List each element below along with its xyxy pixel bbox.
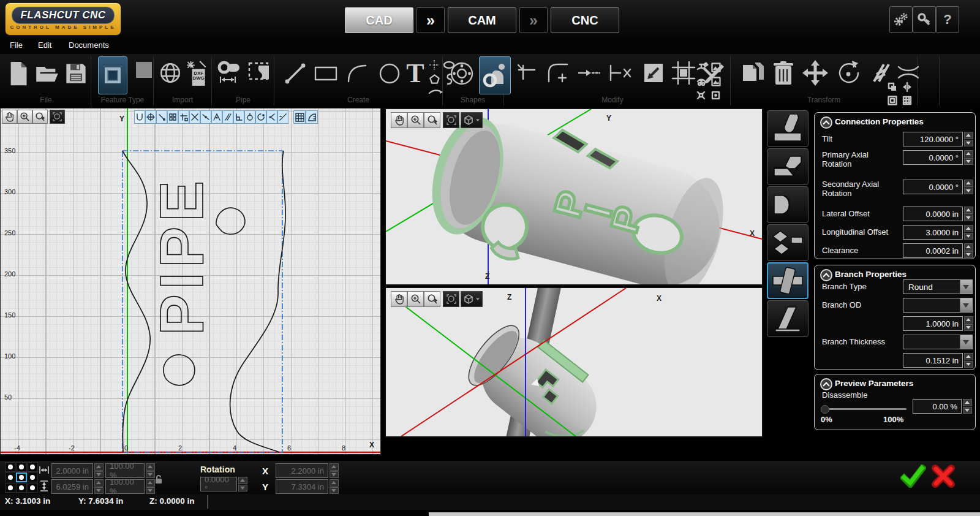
- snap-parallel-button[interactable]: [222, 110, 233, 124]
- new-file-button[interactable]: [5, 58, 32, 89]
- spinner[interactable]: [94, 479, 104, 494]
- dropdown-arrow-icon[interactable]: [960, 335, 972, 349]
- arc-3point-tool-button[interactable]: [428, 86, 445, 96]
- copy-button[interactable]: [737, 58, 767, 88]
- circle-tool-button[interactable]: [375, 58, 404, 89]
- spinner[interactable]: [964, 207, 973, 221]
- field-value[interactable]: 0.0002 in: [903, 243, 963, 258]
- spin-down-icon[interactable]: [963, 407, 972, 414]
- view-3d-branch[interactable]: Z X: [385, 287, 763, 438]
- spin-down-icon[interactable]: [330, 471, 339, 479]
- boxed-center-button[interactable]: [696, 91, 706, 100]
- spinner[interactable]: [146, 479, 155, 494]
- menu-file[interactable]: File: [10, 40, 23, 50]
- pattern-frame-button[interactable]: [710, 91, 721, 100]
- joint-type-cope-button[interactable]: [767, 186, 809, 223]
- save-file-button[interactable]: [62, 58, 89, 89]
- spin-down-icon[interactable]: [94, 471, 104, 479]
- height-field[interactable]: 6.0259 in: [51, 479, 104, 494]
- field-value[interactable]: 100.00 %: [105, 479, 145, 494]
- spin-up-icon[interactable]: [964, 150, 973, 157]
- point-tool-button[interactable]: [428, 59, 441, 71]
- spin-up-icon[interactable]: [94, 463, 104, 471]
- spin-up-icon[interactable]: [330, 479, 339, 487]
- field-value[interactable]: 7.3304 in: [276, 479, 328, 494]
- spin-down-icon[interactable]: [964, 361, 973, 368]
- spin-down-icon[interactable]: [964, 214, 973, 222]
- zoom-window-button[interactable]: [32, 110, 48, 124]
- zoom-extents-button[interactable]: [443, 112, 459, 128]
- snap-midpoint-button[interactable]: [211, 110, 222, 124]
- spin-up-icon[interactable]: [964, 132, 973, 139]
- joint-type-saddle-button[interactable]: [767, 110, 809, 147]
- rectangle-tool-button[interactable]: [311, 58, 341, 89]
- extend-tool-button[interactable]: [576, 59, 605, 87]
- accept-button[interactable]: [900, 465, 926, 488]
- spin-down-icon[interactable]: [964, 158, 973, 165]
- zoom-extents-button[interactable]: [443, 291, 459, 307]
- mountain-frame-button[interactable]: [710, 63, 721, 72]
- pan-button[interactable]: [391, 112, 407, 128]
- longitudinal-offset-field[interactable]: 3.0000 in: [903, 225, 973, 240]
- branch-od-dropdown[interactable]: [903, 298, 973, 313]
- snap-grid-button[interactable]: [167, 110, 178, 124]
- snap-extension-button[interactable]: [277, 110, 288, 124]
- collapse-chevron-icon[interactable]: [820, 269, 832, 281]
- feature-type-plain-button[interactable]: [131, 56, 157, 83]
- cancel-button[interactable]: [931, 464, 956, 488]
- view-cube-button[interactable]: [461, 291, 483, 307]
- field-value[interactable]: 0.0000 in: [903, 207, 963, 221]
- snap-perpendicular-button[interactable]: [233, 110, 244, 124]
- field-value[interactable]: 2.2000 in: [276, 463, 328, 478]
- anchor-cell[interactable]: [5, 462, 15, 472]
- anchor-cell[interactable]: [16, 462, 26, 472]
- zoom-extents-button[interactable]: [50, 110, 65, 124]
- branch-thickness-size-field[interactable]: 0.1512 in: [903, 353, 973, 368]
- spin-down-icon[interactable]: [146, 471, 155, 479]
- menu-edit[interactable]: Edit: [38, 40, 51, 50]
- secondary-axial-rotation-field[interactable]: 0.0000 °: [903, 180, 973, 194]
- snap-intersection-button[interactable]: [178, 110, 189, 124]
- joint-type-miter-button[interactable]: [767, 148, 809, 185]
- pipe-outline-text[interactable]: PIPE: [147, 176, 216, 335]
- spinner[interactable]: [964, 243, 973, 258]
- move-button[interactable]: [800, 58, 831, 88]
- field-value[interactable]: 3.0000 in: [903, 225, 963, 240]
- anchor-cell[interactable]: [28, 483, 38, 493]
- trim-tool-button[interactable]: [606, 59, 637, 87]
- arc-tool-button[interactable]: [343, 58, 372, 89]
- anchor-cell-selected[interactable]: [16, 472, 26, 482]
- spin-down-icon[interactable]: [964, 251, 973, 259]
- spin-down-icon[interactable]: [964, 188, 973, 195]
- protractor-button[interactable]: [306, 110, 318, 124]
- primary-axial-rotation-field[interactable]: 0.0000 °: [903, 150, 973, 165]
- fillet-tool-button[interactable]: [544, 59, 573, 87]
- x-position-field[interactable]: 2.2000 in: [276, 463, 339, 478]
- anchor-cell[interactable]: [5, 472, 15, 482]
- cam-mode-button[interactable]: CAM: [448, 7, 516, 33]
- spin-up-icon[interactable]: [964, 207, 973, 214]
- field-value[interactable]: 0.0000 °: [903, 180, 963, 194]
- license-button[interactable]: [913, 6, 936, 33]
- field-value[interactable]: 120.0000 °: [903, 132, 963, 146]
- open-file-button[interactable]: [33, 58, 61, 89]
- field-value[interactable]: 0.1512 in: [903, 353, 963, 368]
- blob-shape-1[interactable]: [216, 208, 245, 234]
- spin-up-icon[interactable]: [964, 316, 973, 324]
- import-dxf-button[interactable]: DXF DWG: [184, 58, 209, 89]
- snap-node-button[interactable]: [266, 110, 277, 124]
- cad-2d-view[interactable]: PIPE: [0, 108, 381, 455]
- snap-nearest-button[interactable]: [200, 110, 211, 124]
- spin-up-icon[interactable]: [146, 463, 155, 471]
- pipe-model[interactable]: P I P: [418, 109, 736, 284]
- frame-tool-button[interactable]: [669, 59, 698, 87]
- spin-up-icon[interactable]: [94, 479, 104, 487]
- field-value[interactable]: 100.00 %: [105, 463, 145, 478]
- field-value[interactable]: 0.00 %: [913, 399, 962, 414]
- feature-type-cut-button[interactable]: [98, 56, 127, 94]
- rotation-field[interactable]: 0.0000 °: [200, 477, 247, 491]
- offset-button[interactable]: [887, 96, 897, 105]
- spin-down-icon[interactable]: [964, 140, 973, 147]
- scale-tool-button[interactable]: [639, 59, 668, 87]
- height-percent-field[interactable]: 100.00 %: [105, 479, 155, 494]
